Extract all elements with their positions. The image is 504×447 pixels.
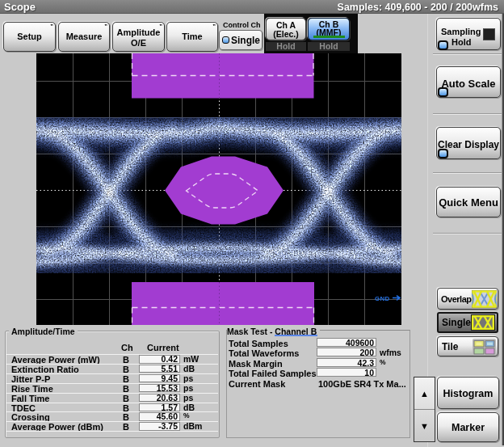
svg-text:GND: GND <box>375 295 389 302</box>
